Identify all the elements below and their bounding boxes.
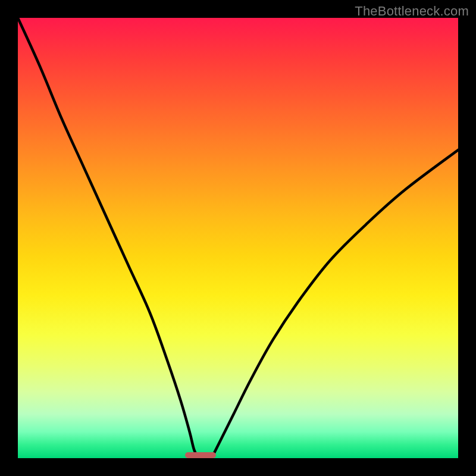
watermark-text: TheBottleneck.com xyxy=(355,4,469,19)
curve-layer xyxy=(18,18,458,458)
plot-area xyxy=(18,18,458,458)
bottleneck-marker xyxy=(185,452,216,458)
right-curve xyxy=(212,150,458,458)
chart-frame: TheBottleneck.com xyxy=(0,0,476,476)
left-curve xyxy=(18,18,198,458)
